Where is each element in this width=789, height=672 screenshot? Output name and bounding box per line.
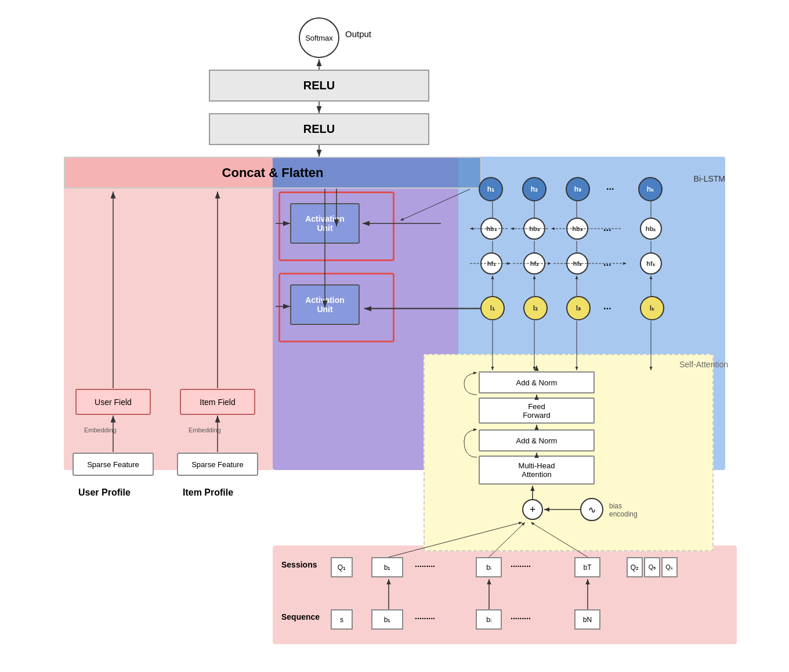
sequence-b1-box: b₁ bbox=[371, 609, 403, 630]
h1-circle: h₁ bbox=[479, 177, 503, 201]
embed-label-user: Embedding bbox=[84, 427, 117, 433]
relu-top-label: RELU bbox=[303, 79, 335, 92]
hf-dots: ··· bbox=[603, 260, 611, 270]
output-label: Output bbox=[345, 29, 371, 39]
h1-label: h₁ bbox=[487, 185, 494, 193]
hf3-circle: hf₃ bbox=[566, 252, 588, 274]
bias-encoding-label: bias encoding bbox=[609, 502, 638, 518]
relu-top-box: RELU bbox=[209, 70, 429, 102]
l-dots: ··· bbox=[603, 304, 611, 314]
item-profile-label: Item Profile bbox=[183, 487, 233, 498]
sparse-item-label: Sparse Feature bbox=[191, 460, 244, 469]
hf1-circle: hf₁ bbox=[480, 252, 502, 274]
lk-label: lₖ bbox=[650, 304, 654, 312]
hf1-label: hf₁ bbox=[487, 260, 495, 268]
hb2-label: hb₂ bbox=[529, 225, 539, 233]
sequence-bi-label: bᵢ bbox=[486, 616, 491, 624]
bilstm-text: Bi-LSTM bbox=[694, 174, 725, 183]
l2-label: l₂ bbox=[533, 304, 538, 312]
session-bi-label: bᵢ bbox=[486, 563, 491, 572]
sequence-label: Sequence bbox=[281, 612, 320, 622]
sequence-s-box: s bbox=[331, 609, 353, 630]
l1-circle: l₁ bbox=[480, 296, 505, 320]
feed-forward-label: Feed Forward bbox=[523, 402, 551, 420]
user-field-label: User Field bbox=[95, 398, 132, 407]
h2-label: h₂ bbox=[531, 185, 538, 193]
feed-forward-box: Feed Forward bbox=[479, 398, 595, 424]
sparse-feature-item-box: Sparse Feature bbox=[177, 453, 258, 476]
add-norm-top-label: Add & Norm bbox=[516, 378, 558, 387]
user-profile-label: User Profile bbox=[78, 487, 131, 498]
pink-region-user bbox=[64, 157, 273, 470]
session-dots2: ········· bbox=[511, 562, 531, 571]
session-q1-box: Q₁ bbox=[331, 557, 353, 577]
session-bi-box: bᵢ bbox=[476, 557, 502, 577]
sessions-label: Sessions bbox=[281, 560, 317, 569]
item-field-box: Item Field bbox=[180, 389, 255, 415]
session-b1-label: b₁ bbox=[384, 563, 391, 572]
session-bt-label: bT bbox=[583, 563, 591, 572]
plus-circle: + bbox=[522, 499, 543, 520]
hf3-label: hf₃ bbox=[573, 260, 581, 268]
session-dots1: ········· bbox=[415, 562, 435, 571]
session-b1-box: b₁ bbox=[371, 557, 403, 577]
bias-encoding-text: bias encoding bbox=[609, 502, 638, 518]
embed-user-text: Embedding bbox=[84, 427, 117, 433]
h2-circle: h₂ bbox=[522, 177, 546, 201]
softmax-label: Softmax bbox=[305, 34, 333, 42]
hbk-circle: hbₖ bbox=[640, 218, 662, 240]
diagram-container: Self-Attention Concat & Flatten RELU REL… bbox=[46, 12, 743, 650]
sparse-feature-user-box: Sparse Feature bbox=[73, 453, 154, 476]
sequence-text: Sequence bbox=[281, 612, 320, 622]
h3-label: h₃ bbox=[574, 185, 581, 193]
hb2-circle: hb₂ bbox=[523, 218, 545, 240]
session-qk-label: Qₖ bbox=[665, 563, 674, 571]
sequence-dots2: ········· bbox=[511, 614, 531, 623]
bias-encoding-symbol: ∿ bbox=[580, 498, 603, 521]
add-norm-top-box: Add & Norm bbox=[479, 371, 595, 393]
h-dots: ··· bbox=[606, 184, 614, 194]
sessions-text: Sessions bbox=[281, 560, 317, 569]
multi-head-label: Multi-Head Attention bbox=[519, 461, 555, 479]
sequence-b1-label: b₁ bbox=[384, 616, 391, 624]
multi-head-attention-box: Multi-Head Attention bbox=[479, 456, 595, 485]
hk-circle: hₖ bbox=[638, 177, 663, 201]
hbk-label: hbₖ bbox=[646, 225, 656, 233]
session-q3-label: Q₃ bbox=[649, 563, 656, 571]
item-field-label: Item Field bbox=[200, 398, 235, 407]
sequence-bn-label: bN bbox=[583, 616, 592, 624]
session-q1-label: Q₁ bbox=[338, 563, 346, 572]
activation-unit-box-1: Activation Unit bbox=[290, 203, 360, 244]
hb3-circle: hb₃ bbox=[566, 218, 588, 240]
hfk-label: hfₖ bbox=[646, 260, 655, 268]
h3-circle: h₃ bbox=[566, 177, 590, 201]
embed-label-item: Embedding bbox=[189, 427, 221, 433]
add-norm-bot-box: Add & Norm bbox=[479, 429, 595, 451]
session-q2-label: Q₂ bbox=[631, 563, 639, 572]
concat-flatten-box: Concat & Flatten bbox=[64, 157, 482, 189]
session-qk-box: Qₖ bbox=[661, 557, 678, 577]
hf2-label: hf₂ bbox=[530, 260, 538, 268]
sparse-user-label: Sparse Feature bbox=[87, 460, 139, 469]
concat-label: Concat & Flatten bbox=[222, 165, 324, 180]
activation-unit-label-1: Activation Unit bbox=[305, 214, 345, 233]
hb-dots: ··· bbox=[603, 225, 611, 236]
user-profile-text: User Profile bbox=[78, 487, 131, 497]
item-profile-text: Item Profile bbox=[183, 487, 233, 497]
sequence-bn-box: bN bbox=[574, 609, 600, 630]
embed-item-text: Embedding bbox=[189, 427, 221, 433]
hf2-circle: hf₂ bbox=[523, 252, 545, 274]
relu-bottom-box: RELU bbox=[209, 113, 429, 145]
session-bt-box: bT bbox=[574, 557, 600, 577]
activation-unit-box-2: Activation Unit bbox=[290, 284, 360, 325]
user-field-box: User Field bbox=[75, 389, 151, 415]
bilstm-label: Bi-LSTM bbox=[694, 174, 725, 183]
activation-unit-label-2: Activation Unit bbox=[305, 295, 345, 314]
sequence-s-label: s bbox=[340, 616, 343, 624]
softmax-circle: Softmax bbox=[299, 17, 339, 58]
hk-label: hₖ bbox=[647, 185, 654, 193]
hb3-label: hb₃ bbox=[572, 225, 582, 233]
lk-circle: lₖ bbox=[640, 296, 664, 320]
session-q2-box: Q₂ bbox=[627, 557, 643, 577]
hb1-label: hb₁ bbox=[486, 225, 496, 233]
